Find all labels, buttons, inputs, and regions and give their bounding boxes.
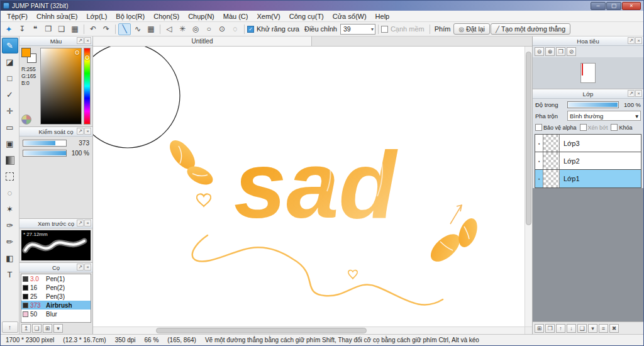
grid-icon[interactable]: ▦ — [69, 23, 81, 35]
brush-page-icon[interactable]: ❏ — [32, 324, 42, 333]
brush-list-item[interactable]: 50 Blur — [21, 310, 91, 318]
color-swatches[interactable] — [21, 48, 36, 63]
blend-mode-select[interactable]: Bình thường ▾ — [567, 111, 641, 121]
layer-visibility-dot[interactable]: ● — [535, 152, 543, 169]
brush-list-item[interactable]: 16 Pen(2) — [21, 283, 91, 292]
popout-icon[interactable]: ↗ — [628, 37, 635, 44]
menu-chinh-sua[interactable]: Chỉnh sửa(E) — [32, 12, 82, 21]
horizontal-scrollbar-thumb[interactable] — [156, 328, 367, 333]
radial-snap-icon[interactable]: ✳ — [176, 23, 189, 35]
vertical-scrollbar-thumb[interactable] — [526, 52, 531, 225]
reset-zoom-icon[interactable]: ⊘ — [567, 47, 576, 56]
move-layer-up-icon[interactable]: ↑ — [556, 324, 565, 333]
brush-list-item[interactable]: 3.0 Pen(1) — [21, 274, 91, 283]
adjust-combobox[interactable]: 39 ▾ — [340, 24, 375, 35]
hue-marker[interactable] — [85, 55, 89, 60]
close-icon[interactable]: × — [635, 37, 642, 44]
export-icon[interactable]: ↧ — [16, 23, 28, 35]
brush-menu-icon[interactable]: ▾ — [53, 324, 63, 333]
lock-checkbox[interactable] — [611, 124, 618, 131]
popout-icon[interactable]: ↗ — [628, 90, 635, 97]
fill-bucket-tool-icon[interactable]: ▣ — [2, 136, 18, 152]
layer-visibility-dot[interactable]: ● — [535, 170, 543, 187]
curve-tool-icon[interactable]: ∿ — [131, 23, 144, 35]
move-layer-down-icon[interactable]: ↓ — [567, 324, 576, 333]
add-layer-icon[interactable]: ⊞ — [535, 324, 544, 333]
ellipse-snap-icon[interactable]: ◌ — [229, 23, 242, 35]
menu-cong-cu[interactable]: Công cụ(T) — [285, 12, 328, 21]
popout-icon[interactable]: ↗ — [77, 37, 84, 44]
menu-tep[interactable]: Tệp(F) — [3, 12, 32, 21]
canvas-rotate-tool-icon[interactable]: ◧ — [2, 250, 18, 266]
minimize-button[interactable]: – — [591, 2, 606, 10]
grid-snap-icon[interactable]: ▦ — [145, 23, 157, 35]
navigator-thumbnail[interactable] — [580, 63, 596, 83]
comment-icon[interactable]: ❝ — [29, 23, 42, 35]
menu-lop[interactable]: Lớp(L) — [82, 12, 111, 21]
menu-help[interactable]: Help — [371, 12, 394, 21]
brush-opacity-slider[interactable] — [23, 150, 67, 157]
foreground-color-swatch[interactable] — [21, 48, 31, 57]
protect-alpha-option[interactable]: Bảo vệ alpha — [535, 124, 577, 131]
close-icon[interactable]: × — [84, 37, 91, 44]
menu-chup[interactable]: Chụp(N) — [184, 12, 219, 21]
layer-row[interactable]: ● Lớp3 — [535, 135, 641, 152]
close-icon[interactable]: × — [635, 90, 642, 97]
magic-wand-tool-icon[interactable]: ✶ — [2, 201, 18, 217]
menu-bo-loc[interactable]: Bộ lọc(R) — [111, 12, 149, 21]
brush-size-slider[interactable] — [23, 140, 67, 147]
marquee-tool-icon[interactable] — [2, 169, 18, 184]
canvas[interactable]: sad — [93, 47, 525, 326]
add-folder-icon[interactable]: ❒ — [545, 324, 555, 333]
antialias-checkbox[interactable]: ✓ — [247, 26, 254, 33]
fit-view-icon[interactable]: ❒ — [556, 47, 565, 56]
straight-line-tool-icon[interactable]: ╲ — [118, 23, 131, 35]
palette-window-icon[interactable]: ❐ — [42, 23, 55, 35]
document-tab[interactable]: Untitled — [93, 36, 312, 46]
menu-mau[interactable]: Màu (C) — [219, 12, 253, 21]
dotted-circle-snap-icon[interactable]: ⊙ — [216, 23, 228, 35]
move-tool-icon[interactable]: ✛ — [2, 103, 18, 119]
saturation-value-picker[interactable] — [40, 48, 82, 125]
close-button[interactable]: × — [622, 2, 641, 10]
shape-tool-icon[interactable]: □ — [2, 70, 18, 86]
gradient-tool-icon[interactable] — [2, 152, 18, 168]
duplicate-layer-icon[interactable]: ❑ — [577, 324, 587, 333]
select-rect-tool-icon[interactable]: ▭ — [2, 120, 18, 135]
undo-icon[interactable]: ↶ — [87, 23, 99, 35]
layer-opacity-slider[interactable] — [567, 101, 619, 108]
soft-edge-checkbox[interactable] — [381, 26, 388, 33]
paint-mode-icon[interactable]: ✦ — [3, 23, 15, 35]
layer-row[interactable]: ● Lớp2 — [535, 152, 641, 170]
protect-alpha-checkbox[interactable] — [535, 124, 542, 131]
lock-option[interactable]: Khóa — [611, 124, 632, 131]
clipping-option[interactable]: Xén bớt — [580, 124, 608, 131]
menu-chon[interactable]: Chọn(S) — [149, 12, 184, 21]
reset-button[interactable]: ◎ Đặt lại — [453, 23, 490, 35]
zoom-in-icon[interactable]: ⊕ — [545, 47, 555, 56]
popout-icon[interactable]: ↗ — [77, 264, 84, 271]
horizontal-scrollbar[interactable] — [93, 326, 525, 334]
layer-visibility-dot[interactable]: ● — [535, 135, 543, 152]
straight-line-button[interactable]: ╱ Tạo một đường thẳng — [491, 23, 570, 35]
menu-xem[interactable]: Xem(V) — [252, 12, 284, 21]
pen-tool-icon[interactable]: ✏ — [2, 234, 18, 250]
navigator-preview[interactable] — [533, 57, 643, 89]
popout-icon[interactable]: ↗ — [77, 220, 84, 226]
vertical-scrollbar[interactable] — [525, 47, 532, 326]
delete-layer-icon[interactable]: ✖ — [609, 324, 619, 333]
popout-icon[interactable]: ↗ — [77, 128, 84, 135]
pages-icon[interactable]: ❑ — [55, 23, 68, 35]
zoom-out-icon[interactable]: ⊖ — [535, 47, 544, 56]
eyedropper-tool-icon[interactable]: ✑ — [2, 218, 18, 233]
clipping-checkbox[interactable] — [580, 124, 587, 131]
vanishing-point-icon[interactable]: ◁ — [163, 23, 175, 35]
maximize-button[interactable]: ▢ — [606, 2, 621, 10]
close-icon[interactable]: × — [84, 220, 91, 226]
hue-slider[interactable] — [84, 48, 91, 125]
eraser-tool-icon[interactable]: ◪ — [2, 54, 18, 70]
collapse-panel-icon[interactable]: ↑ — [2, 321, 18, 333]
layer-row-selected[interactable]: ● Lớp1 — [535, 170, 641, 187]
control-point-tool-icon[interactable]: ✓ — [2, 87, 18, 103]
brush-tool-icon[interactable]: ✎ — [2, 38, 18, 53]
